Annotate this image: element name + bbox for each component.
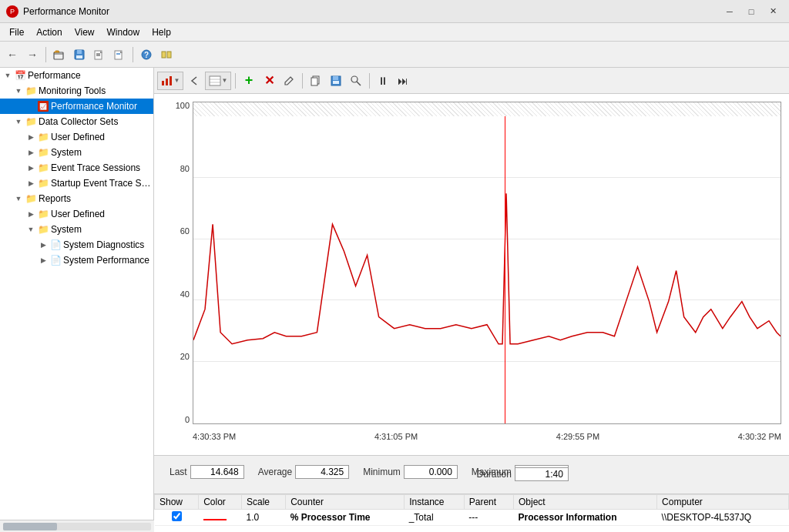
toolbar-new-report[interactable]	[110, 45, 129, 64]
stat-minimum: Minimum 0.000	[363, 465, 458, 479]
sidebar-item-perfmon[interactable]: 📈 Performance Monitor	[0, 99, 153, 114]
y-label-40: 40	[154, 290, 190, 299]
expand-reports[interactable]: ▼	[12, 192, 25, 205]
svg-rect-15	[170, 76, 172, 85]
back-icon	[189, 75, 200, 86]
toolbar-new-set[interactable]	[90, 45, 109, 64]
x-axis: 4:30:33 PM 4:31:05 PM 4:29:55 PM 4:30:32…	[193, 432, 781, 447]
expand-monitoring[interactable]: ▼	[12, 85, 25, 97]
toolbar-forward[interactable]: →	[23, 45, 42, 64]
sidebar-item-startup[interactable]: ▶ 📁 Startup Event Trace Sess	[0, 176, 153, 191]
zoom-icon	[351, 75, 361, 86]
expand-performance[interactable]: ▼	[2, 69, 14, 82]
sidebar-item-performance[interactable]: ▼ 📅 Performance	[0, 68, 153, 83]
expand-sysdiag[interactable]: ▶	[37, 239, 49, 251]
row-color	[199, 510, 242, 526]
expand-eventtrace[interactable]: ▶	[25, 162, 37, 174]
chart-sep-1	[235, 73, 236, 89]
sidebar-label-system: System	[51, 147, 82, 158]
toolbar-back[interactable]: ←	[3, 45, 22, 64]
show-checkbox[interactable]	[172, 511, 182, 521]
sidebar-label-reports-sys: System	[51, 224, 82, 235]
main-toolbar: ← → ?	[0, 42, 789, 68]
sidebar-label-perfmon: Performance Monitor	[51, 101, 137, 112]
toolbar-open[interactable]	[50, 45, 69, 64]
sidebar-item-sysdiag[interactable]: ▶ 📄 System Diagnostics	[0, 237, 153, 253]
zoom-button[interactable]	[347, 72, 365, 90]
average-value: 4.325	[295, 465, 349, 479]
svg-rect-16	[210, 76, 220, 85]
save-button[interactable]	[327, 72, 345, 90]
x-label-3: 4:30:32 PM	[738, 432, 781, 441]
expand-reports-sys[interactable]: ▼	[25, 223, 37, 236]
toolbar-properties[interactable]	[157, 45, 176, 64]
last-label: Last	[170, 467, 187, 477]
sidebar-item-reports-ud[interactable]: ▶ 📁 User Defined	[0, 206, 153, 222]
sidebar-item-reports[interactable]: ▼ 📁 Reports	[0, 191, 153, 206]
sidebar-item-reports-sys[interactable]: ▼ 📁 System	[0, 222, 153, 237]
scrollbar-track[interactable]	[3, 523, 151, 530]
save-icon	[331, 75, 341, 86]
view-type-button[interactable]: ▼	[205, 72, 231, 90]
folder-icon-reports-ud: 📁	[37, 208, 49, 220]
table-row[interactable]: 1.0 % Processor Time _Total --- Processo…	[155, 510, 789, 526]
row-computer: \\DESKTOP-4L537JQ	[657, 510, 789, 526]
next-button[interactable]: ⏭	[394, 72, 412, 90]
x-label-2: 4:29:55 PM	[556, 432, 599, 441]
expand-system[interactable]: ▶	[25, 146, 37, 159]
expand-dcs[interactable]: ▼	[12, 115, 25, 128]
sidebar-item-monitoring-tools[interactable]: ▼ 📁 Monitoring Tools	[0, 83, 153, 99]
row-counter: % Processor Time	[286, 510, 405, 526]
sidebar: ▼ 📅 Performance ▼ 📁 Monitoring Tools 📈 P…	[0, 68, 154, 532]
sidebar-scrollbar[interactable]	[0, 520, 154, 532]
menu-help[interactable]: Help	[146, 24, 177, 41]
sidebar-item-system[interactable]: ▶ 📁 System	[0, 145, 153, 160]
sidebar-item-sysperf[interactable]: ▶ 📄 System Performance	[0, 253, 153, 268]
pause-button[interactable]: ⏸	[374, 72, 392, 90]
expand-reports-ud[interactable]: ▶	[25, 208, 37, 220]
toolbar-sep-2	[133, 47, 133, 62]
stat-last: Last 14.648	[170, 465, 244, 479]
maximize-button[interactable]: □	[741, 4, 761, 19]
sidebar-label-monitoring: Monitoring Tools	[39, 85, 106, 96]
folder-icon-startup: 📁	[37, 177, 49, 189]
chart-type-button[interactable]: ▼	[157, 72, 183, 90]
close-button[interactable]: ✕	[763, 4, 783, 19]
add-counter-button[interactable]: +	[240, 72, 258, 90]
sidebar-item-eventtrace[interactable]: ▶ 📁 Event Trace Sessions	[0, 160, 153, 176]
minimize-button[interactable]: ─	[720, 4, 740, 19]
main-layout: ▼ 📅 Performance ▼ 📁 Monitoring Tools 📈 P…	[0, 68, 789, 532]
expand-sysperf[interactable]: ▶	[37, 254, 49, 266]
sidebar-label-ud: User Defined	[51, 132, 105, 142]
folder-icon-reports-sys: 📁	[37, 223, 49, 236]
sidebar-label-sysperf: System Performance	[63, 255, 149, 266]
toolbar-help[interactable]: ?	[137, 45, 156, 64]
sidebar-label-reports: Reports	[39, 193, 71, 204]
menu-view[interactable]: View	[69, 24, 101, 41]
row-show[interactable]	[155, 510, 199, 526]
sidebar-label-eventtrace: Event Trace Sessions	[51, 162, 140, 173]
folder-icon-reports: 📁	[25, 192, 37, 205]
col-scale: Scale	[242, 495, 286, 510]
remove-counter-button[interactable]: ✕	[260, 72, 278, 90]
sidebar-item-dcs[interactable]: ▼ 📁 Data Collector Sets	[0, 114, 153, 129]
toolbar-save[interactable]	[70, 45, 89, 64]
expand-userdefined[interactable]: ▶	[25, 131, 37, 143]
expand-startup[interactable]: ▶	[25, 177, 37, 189]
scrollbar-thumb[interactable]	[3, 523, 57, 530]
menu-window[interactable]: Window	[101, 24, 146, 41]
view-type-icon	[209, 75, 221, 86]
svg-text:?: ?	[144, 51, 149, 59]
title-bar: P Performance Monitor ─ □ ✕	[0, 0, 789, 23]
menu-action[interactable]: Action	[30, 24, 68, 41]
edit-properties-button[interactable]	[280, 72, 298, 90]
chart-sep-3	[369, 73, 370, 89]
copy-button[interactable]	[307, 72, 325, 90]
svg-rect-20	[311, 78, 317, 85]
back-button[interactable]	[185, 72, 203, 90]
menu-file[interactable]: File	[3, 24, 30, 41]
col-computer: Computer	[657, 495, 789, 510]
y-label-80: 80	[154, 165, 190, 173]
chart-sep-2	[302, 73, 303, 89]
sidebar-item-userdefined[interactable]: ▶ 📁 User Defined	[0, 129, 153, 145]
